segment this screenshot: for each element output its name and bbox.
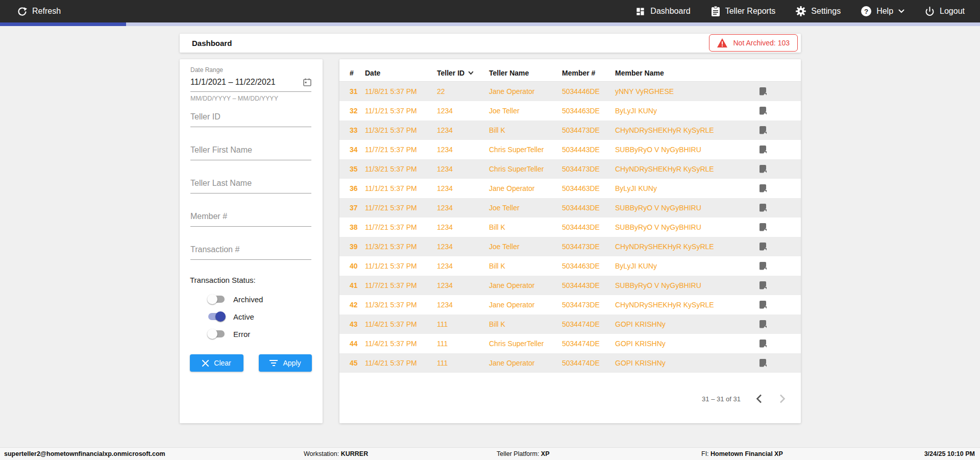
- note-icon[interactable]: [760, 87, 768, 96]
- note-icon[interactable]: [760, 281, 768, 290]
- cell-member-name: CHyNDRySHEKHyR KySyRLE: [615, 301, 760, 309]
- cell-date: 11/7/21 5:37 PM: [365, 146, 437, 154]
- table-row[interactable]: 41 11/7/21 5:37 PM 1234 Jane Operator 50…: [339, 276, 801, 295]
- gear-icon: [796, 6, 806, 16]
- cell-member-name: ByLyJI KUNy: [615, 184, 760, 192]
- cell-member-num: 5034473DE: [562, 165, 615, 173]
- note-icon[interactable]: [760, 223, 768, 232]
- col-header-member-name[interactable]: Member Name: [615, 69, 760, 77]
- cell-date: 11/7/21 5:37 PM: [365, 223, 437, 231]
- not-archived-badge[interactable]: Not Archived: 103: [709, 34, 798, 52]
- table-row[interactable]: 45 11/4/21 5:37 PM 111 Jane Operator 503…: [339, 353, 801, 373]
- note-icon[interactable]: [760, 359, 768, 368]
- status-bar: superteller2@hometownfinancialxp.onmicro…: [0, 447, 980, 460]
- toggle-switch[interactable]: [207, 311, 226, 322]
- status-toggle-row[interactable]: Archived: [207, 294, 263, 304]
- note-icon[interactable]: [760, 165, 768, 174]
- prev-page-button[interactable]: [754, 392, 764, 405]
- table-row[interactable]: 35 11/3/21 5:37 PM 1234 Chris SuperTelle…: [339, 159, 801, 179]
- cell-date: 11/7/21 5:37 PM: [365, 204, 437, 212]
- status-toggle-row[interactable]: Active: [207, 311, 263, 322]
- toggle-knob: [215, 311, 226, 322]
- note-icon[interactable]: [760, 107, 768, 115]
- cell-member-num: 5034443DE: [562, 281, 615, 289]
- cell-date: 11/1/21 5:37 PM: [365, 107, 437, 115]
- filter-field: [190, 209, 311, 227]
- table-row[interactable]: 33 11/3/21 5:37 PM 1234 Bill K 5034473DE…: [339, 120, 801, 140]
- note-icon[interactable]: [760, 146, 768, 154]
- table-row[interactable]: 32 11/1/21 5:37 PM 1234 Joe Teller 50344…: [339, 101, 801, 120]
- cell-num: 44: [350, 340, 365, 348]
- col-header-date[interactable]: Date: [365, 69, 437, 77]
- table-row[interactable]: 31 11/8/21 5:37 PM 22 Jane Operator 5034…: [339, 82, 801, 101]
- cell-num: 38: [350, 223, 365, 231]
- toggle-knob: [207, 294, 217, 304]
- table-row[interactable]: 34 11/7/21 5:37 PM 1234 Chris SuperTelle…: [339, 140, 801, 159]
- prev-icon: [756, 394, 762, 403]
- cell-teller-name: Bill K: [489, 223, 562, 231]
- refresh-button[interactable]: Refresh: [17, 7, 61, 16]
- note-icon[interactable]: [760, 340, 768, 348]
- note-icon[interactable]: [760, 320, 768, 329]
- nav-logout[interactable]: Logout: [925, 7, 965, 16]
- table-row[interactable]: 37 11/7/21 5:37 PM 1234 Joe Teller 50344…: [339, 198, 801, 217]
- next-page-button[interactable]: [777, 392, 788, 405]
- table-row[interactable]: 42 11/3/21 5:37 PM 1234 Jane Operator 50…: [339, 295, 801, 314]
- cell-num: 43: [350, 320, 365, 328]
- cell-member-num: 5034463DE: [562, 107, 615, 115]
- calendar-icon[interactable]: [303, 78, 311, 86]
- note-icon[interactable]: [760, 262, 768, 271]
- cell-member-name: CHyNDRySHEKHyR KySyRLE: [615, 243, 760, 251]
- table-row[interactable]: 39 11/3/21 5:37 PM 1234 Joe Teller 50344…: [339, 237, 801, 256]
- note-icon[interactable]: [760, 204, 768, 212]
- filter-input[interactable]: [190, 209, 311, 227]
- cell-teller-name: Joe Teller: [489, 107, 562, 115]
- nav-menu: Dashboard Teller Reports: [635, 6, 965, 16]
- statusbar-datetime: 3/24/25 10:10 PM: [924, 448, 975, 460]
- table-row[interactable]: 43 11/4/21 5:37 PM 111 Bill K 5034474DE …: [339, 314, 801, 334]
- note-icon[interactable]: [760, 184, 768, 193]
- toggle-switch[interactable]: [207, 329, 226, 339]
- toggle-label: Error: [233, 330, 250, 338]
- status-toggle-row[interactable]: Error: [207, 329, 263, 339]
- note-icon[interactable]: [760, 301, 768, 309]
- date-range-input[interactable]: 11/1/2021 – 11/22/2021: [190, 74, 311, 92]
- table-row[interactable]: 38 11/7/21 5:37 PM 1234 Bill K 5034443DE…: [339, 217, 801, 237]
- cell-member-name: SUBByRyO V NyGyBHIRU: [615, 223, 760, 231]
- cell-num: 32: [350, 107, 365, 115]
- clear-button[interactable]: Clear: [190, 354, 243, 372]
- nav-help[interactable]: ? Help: [861, 6, 904, 16]
- cell-teller-id: 111: [437, 320, 489, 328]
- table-row[interactable]: 36 11/1/21 5:37 PM 1234 Jane Operator 50…: [339, 179, 801, 198]
- cell-member-name: ByLyJI KUNy: [615, 262, 760, 270]
- note-icon[interactable]: [760, 243, 768, 251]
- cell-member-num: 5034474DE: [562, 359, 615, 367]
- table-row[interactable]: 44 11/4/21 5:37 PM 111 Chris SuperTeller…: [339, 334, 801, 353]
- refresh-label: Refresh: [32, 7, 61, 16]
- nav-teller-reports[interactable]: Teller Reports: [711, 6, 776, 16]
- col-header-num[interactable]: #: [350, 69, 365, 77]
- filter-input[interactable]: [190, 109, 311, 127]
- filter-input[interactable]: [190, 176, 311, 193]
- filter-field: [190, 176, 311, 193]
- cell-teller-id: 111: [437, 359, 489, 367]
- page-header: Dashboard Not Archived: 103: [180, 34, 801, 53]
- transaction-status-label: Transaction Status:: [190, 276, 263, 284]
- filter-input[interactable]: [190, 242, 311, 260]
- apply-button[interactable]: Apply: [259, 354, 312, 372]
- nav-settings[interactable]: Settings: [796, 6, 841, 16]
- nav-dashboard[interactable]: Dashboard: [635, 7, 690, 16]
- cell-date: 11/3/21 5:37 PM: [365, 126, 437, 134]
- col-header-teller-id-label: Teller ID: [437, 69, 464, 77]
- col-header-teller-id[interactable]: Teller ID: [437, 69, 489, 77]
- col-header-teller-name[interactable]: Teller Name: [489, 69, 562, 77]
- top-nav: Refresh Dashboard Teller Reports: [0, 0, 980, 22]
- svg-text:?: ?: [864, 8, 868, 15]
- clipboard-icon: [711, 6, 720, 16]
- table-row[interactable]: 40 11/1/21 5:37 PM 1234 Bill K 5034463DE…: [339, 256, 801, 276]
- filter-input[interactable]: [190, 142, 311, 160]
- cell-date: 11/3/21 5:37 PM: [365, 165, 437, 173]
- col-header-member-num[interactable]: Member #: [562, 69, 615, 77]
- note-icon[interactable]: [760, 126, 768, 135]
- toggle-switch[interactable]: [207, 294, 226, 304]
